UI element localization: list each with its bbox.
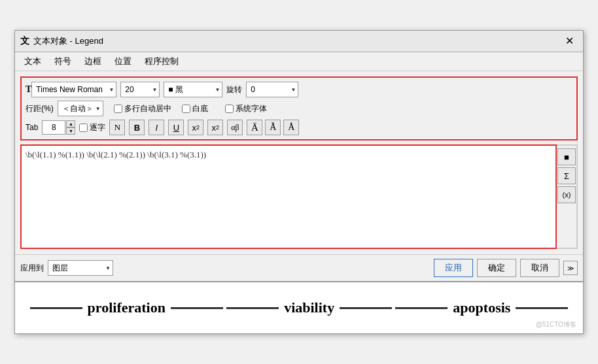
legend-label-2: viability: [279, 299, 340, 316]
tab-label: Tab: [26, 123, 38, 132]
apply-button[interactable]: 应用: [434, 259, 473, 277]
sidebar-insert-button[interactable]: ■: [557, 148, 576, 165]
menu-item-border[interactable]: 边框: [78, 54, 108, 69]
legend-line-2b: [340, 307, 392, 309]
font-icon: T: [26, 84, 31, 95]
window-icon: 文: [20, 35, 29, 47]
menu-item-position[interactable]: 位置: [108, 54, 138, 69]
line-spacing-label: 行距(%): [26, 103, 54, 114]
main-window: 文 文本对象 - Legend ✕ 文本 符号 边框 位置 程序控制 T Tim…: [14, 30, 584, 334]
normal-n-button[interactable]: N: [109, 120, 125, 135]
toolbar-row-2: 行距(%) ＜自动＞ 多行自动居中 白底 系统字体: [26, 101, 572, 116]
apply-to-label: 应用到: [20, 263, 44, 274]
sidebar-function-button[interactable]: (x): [557, 186, 576, 203]
cancel-button[interactable]: 取消: [520, 259, 559, 277]
tab-spin-group: ▲ ▼: [42, 120, 75, 135]
bold-button[interactable]: B: [129, 120, 145, 135]
toolbar-row-1: T Times New Roman 20 ■ 黑: [26, 82, 572, 97]
spacing-selector-wrapper: ＜自动＞: [58, 101, 103, 116]
spacing-selector[interactable]: ＜自动＞: [58, 101, 103, 116]
editor-wrapper: \b(\l(1.1) %(1.1)) \b(\l(2.1) %(2.1)) \b…: [20, 144, 578, 249]
legend-item-2: viability: [226, 299, 392, 316]
menu-bar: 文本 符号 边框 位置 程序控制: [15, 52, 583, 71]
toolbar-row-3: Tab ▲ ▼ 逐字 N B I U x2 x2: [26, 120, 572, 135]
bottom-left: 应用到 图层: [20, 260, 113, 276]
char-a-tilde-button[interactable]: Ã: [265, 120, 281, 135]
apply-to-wrapper: 图层: [48, 260, 113, 276]
size-selector-wrapper: 20: [120, 82, 160, 97]
superscript-button[interactable]: x2: [188, 120, 203, 135]
menu-item-symbol[interactable]: 符号: [48, 54, 78, 69]
legend-line-1: [30, 307, 82, 309]
title-bar: 文 文本对象 - Legend ✕: [15, 31, 583, 52]
white-bg-checkbox-group: 白底: [182, 103, 208, 114]
alpha-beta-button[interactable]: αβ: [227, 120, 243, 135]
tab-spin-buttons: ▲ ▼: [66, 120, 75, 135]
color-selector[interactable]: ■ 黑: [164, 82, 222, 97]
editor-content: \b(\l(1.1) %(1.1)) \b(\l(2.1) %(2.1)) \b…: [26, 150, 552, 160]
menu-item-program[interactable]: 程序控制: [138, 54, 185, 69]
system-font-checkbox-group: 系统字体: [225, 103, 267, 114]
rotate-selector-wrapper: 0: [246, 82, 298, 97]
special-chars-group: Ā Ã Å: [247, 120, 299, 135]
color-selector-wrapper: ■ 黑: [164, 82, 222, 97]
title-bar-left: 文 文本对象 - Legend: [20, 35, 103, 47]
tab-spin-up[interactable]: ▲: [66, 120, 75, 127]
bottom-right: 应用 确定 取消 ≫: [434, 259, 578, 277]
char-by-char-label: 逐字: [90, 122, 105, 133]
font-selector[interactable]: Times New Roman: [31, 82, 116, 97]
legend-line-3: [395, 307, 448, 309]
legend-item-3: apoptosis: [395, 299, 568, 316]
apply-to-selector[interactable]: 图层: [48, 260, 113, 276]
legend-item-1: proliferation: [30, 299, 223, 316]
legend-preview: proliferation viability apoptosis @51CTO…: [15, 281, 583, 333]
font-selector-wrapper: T Times New Roman: [26, 82, 116, 97]
white-bg-checkbox[interactable]: [182, 105, 190, 113]
rotate-label: 旋转: [226, 84, 242, 95]
text-editor[interactable]: \b(\l(1.1) %(1.1)) \b(\l(2.1) %(2.1)) \b…: [20, 144, 557, 249]
underline-button[interactable]: U: [168, 120, 184, 135]
system-font-checkbox[interactable]: [225, 105, 234, 113]
legend-label-1: proliferation: [82, 299, 171, 316]
multiline-checkbox[interactable]: [114, 105, 122, 113]
system-font-label: 系统字体: [236, 103, 267, 114]
char-by-char-checkbox[interactable]: [79, 124, 88, 132]
char-a-bar-button[interactable]: Ā: [247, 120, 262, 135]
tab-input[interactable]: [42, 120, 65, 135]
legend-line-2: [226, 307, 279, 309]
white-bg-label: 白底: [192, 103, 208, 114]
tab-spin-down[interactable]: ▼: [66, 127, 75, 135]
rotate-selector[interactable]: 0: [246, 82, 298, 97]
expand-button[interactable]: ≫: [563, 261, 578, 275]
window-title: 文本对象 - Legend: [33, 35, 103, 47]
close-button[interactable]: ✕: [561, 35, 578, 48]
char-by-char-checkbox-group: 逐字: [79, 122, 105, 133]
content-area: T Times New Roman 20 ■ 黑: [15, 71, 583, 254]
toolbar-section: T Times New Roman 20 ■ 黑: [20, 76, 578, 141]
legend-line-3b: [516, 307, 568, 309]
editor-sidebar: ■ Σ (x): [557, 144, 578, 249]
watermark: @51CTO博客: [536, 320, 576, 329]
bottom-bar: 应用到 图层 应用 确定 取消 ≫: [15, 254, 583, 281]
ok-button[interactable]: 确定: [477, 259, 516, 277]
char-a-dot-button[interactable]: Å: [283, 120, 299, 135]
multiline-checkbox-group: 多行自动居中: [114, 103, 171, 114]
menu-item-text[interactable]: 文本: [18, 54, 48, 69]
editor-text-line1: \b(\l(1.1) %(1.1)) \b(\l(2.1) %(2.1)) \b…: [26, 150, 206, 159]
size-selector[interactable]: 20: [120, 82, 160, 97]
subscript-button[interactable]: x2: [207, 120, 223, 135]
italic-button[interactable]: I: [149, 120, 164, 135]
multiline-label: 多行自动居中: [124, 103, 171, 114]
legend-line-1b: [171, 307, 223, 309]
sidebar-sum-button[interactable]: Σ: [557, 167, 576, 184]
legend-label-3: apoptosis: [448, 299, 516, 316]
